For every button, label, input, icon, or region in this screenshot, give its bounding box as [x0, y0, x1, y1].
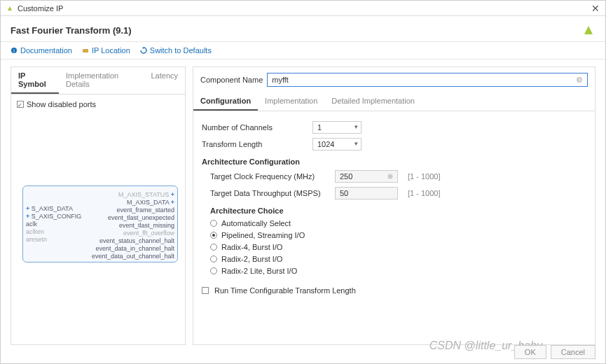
- folder-icon: [82, 47, 89, 54]
- arch-choice-option[interactable]: Radix-4, Burst I/O: [210, 243, 586, 251]
- left-content: Show disabled ports + S_AXIS_DATA+ S_AXI…: [11, 94, 185, 344]
- radio-button[interactable]: [210, 232, 217, 239]
- arch-choice-label: Radix-2 Lite, Burst I/O: [221, 267, 297, 275]
- tab-latency[interactable]: Latency: [144, 67, 185, 94]
- refresh-icon: [140, 47, 147, 54]
- left-panel: IP Symbol Implementation Details Latency…: [11, 66, 186, 345]
- arch-choice-label: Pipelined, Streaming I/O: [221, 231, 305, 239]
- tab-ip-symbol[interactable]: IP Symbol: [11, 67, 59, 94]
- transform-length-select[interactable]: 1024: [312, 138, 361, 150]
- runtime-config-checkbox[interactable]: [202, 287, 209, 294]
- cancel-button[interactable]: Cancel: [551, 345, 595, 359]
- num-channels-select[interactable]: 1: [312, 121, 361, 134]
- svg-text:✕: ✕: [578, 78, 581, 82]
- info-icon: i: [11, 47, 18, 54]
- arch-choice-title: Architecture Choice: [210, 206, 586, 215]
- switch-defaults-link[interactable]: Switch to Defaults: [140, 46, 212, 55]
- footer: OK Cancel: [514, 345, 595, 359]
- ip-location-link[interactable]: IP Location: [82, 46, 130, 55]
- arch-config-title: Architecture Configuration: [202, 158, 586, 166]
- clock-freq-input[interactable]: 250: [335, 170, 398, 183]
- xilinx-logo-icon: [581, 23, 595, 37]
- clock-freq-hint: [1 - 1000]: [408, 172, 440, 181]
- show-disabled-row[interactable]: Show disabled ports: [17, 100, 179, 108]
- documentation-link[interactable]: i Documentation: [11, 46, 72, 55]
- port-right: M_AXIS_DATA +: [92, 199, 174, 206]
- transform-length-label: Transform Length: [202, 140, 307, 148]
- page-title: Fast Fourier Transform (9.1): [11, 25, 132, 36]
- component-name-input[interactable]: myfft ✕: [267, 73, 588, 87]
- throughput-hint: [1 - 1000]: [408, 189, 440, 197]
- ok-button[interactable]: OK: [514, 345, 546, 359]
- clear-icon[interactable]: [387, 174, 393, 179]
- port-right: event_data_in_channel_halt: [92, 245, 174, 252]
- arch-choice-label: Automatically Select: [221, 219, 291, 227]
- port-left: + S_AXIS_CONFIG: [26, 213, 81, 220]
- port-right: event_tlast_unexpected: [92, 214, 174, 221]
- tab-impl-details[interactable]: Implementation Details: [59, 67, 144, 94]
- clear-icon[interactable]: ✕: [576, 76, 583, 83]
- toolbar: i Documentation IP Location Switch to De…: [1, 42, 605, 59]
- ip-block-diagram[interactable]: + S_AXIS_DATA+ S_AXIS_CONFIGaclkaclkenar…: [22, 186, 178, 262]
- port-left: aclken: [26, 228, 81, 235]
- throughput-input[interactable]: 50: [335, 187, 398, 200]
- left-tabs: IP Symbol Implementation Details Latency: [11, 67, 185, 94]
- radio-button[interactable]: [210, 267, 217, 274]
- close-icon[interactable]: ✕: [591, 3, 600, 14]
- arch-choice-label: Radix-2, Burst I/O: [221, 255, 282, 263]
- svg-rect-2: [83, 49, 88, 52]
- radio-button[interactable]: [210, 244, 217, 251]
- tab-detailed-impl[interactable]: Detailed Implementation: [324, 92, 422, 111]
- window-title: Customize IP: [18, 4, 63, 13]
- arch-choice-label: Radix-4, Burst I/O: [221, 243, 282, 251]
- num-channels-label: Number of Channels: [202, 123, 307, 132]
- radio-button[interactable]: [210, 220, 217, 227]
- arch-choice-group: Automatically SelectPipelined, Streaming…: [210, 219, 586, 275]
- radio-button[interactable]: [210, 255, 217, 262]
- runtime-config-label: Run Time Configurable Transform Length: [214, 286, 356, 295]
- config-body: Number of Channels 1 Transform Length 10…: [193, 111, 595, 304]
- component-name-row: Component Name myfft ✕: [193, 67, 595, 92]
- port-left: aclk: [26, 220, 81, 227]
- titlebar: Customize IP ✕: [1, 1, 605, 16]
- show-disabled-label: Show disabled ports: [27, 100, 96, 108]
- throughput-label: Target Data Throughput (MSPS): [210, 189, 329, 197]
- main-content: IP Symbol Implementation Details Latency…: [1, 59, 605, 352]
- port-right: event_status_channel_halt: [92, 237, 174, 244]
- port-right: event_tlast_missing: [92, 222, 174, 229]
- arch-choice-option[interactable]: Pipelined, Streaming I/O: [210, 231, 586, 239]
- port-left: + S_AXIS_DATA: [26, 205, 81, 212]
- port-left: aresetn: [26, 236, 81, 243]
- port-right: event_data_out_channel_halt: [92, 253, 174, 260]
- arch-choice-option[interactable]: Automatically Select: [210, 219, 586, 227]
- right-panel: Component Name myfft ✕ Configuration Imp…: [193, 66, 595, 345]
- clock-freq-label: Target Clock Frequency (MHz): [210, 172, 329, 181]
- header: Fast Fourier Transform (9.1): [1, 16, 605, 42]
- app-logo-icon: [6, 5, 13, 12]
- port-right: event_fft_overflow: [92, 230, 174, 237]
- component-name-label: Component Name: [200, 76, 263, 84]
- port-right: M_AXIS_STATUS +: [92, 191, 174, 198]
- tab-implementation[interactable]: Implementation: [258, 92, 324, 111]
- svg-point-5: [388, 174, 393, 179]
- arch-choice-option[interactable]: Radix-2 Lite, Burst I/O: [210, 267, 586, 275]
- port-right: event_frame_started: [92, 206, 174, 214]
- show-disabled-checkbox[interactable]: [17, 101, 24, 108]
- right-tabs: Configuration Implementation Detailed Im…: [193, 92, 595, 111]
- arch-choice-option[interactable]: Radix-2, Burst I/O: [210, 255, 586, 263]
- tab-configuration[interactable]: Configuration: [193, 92, 258, 111]
